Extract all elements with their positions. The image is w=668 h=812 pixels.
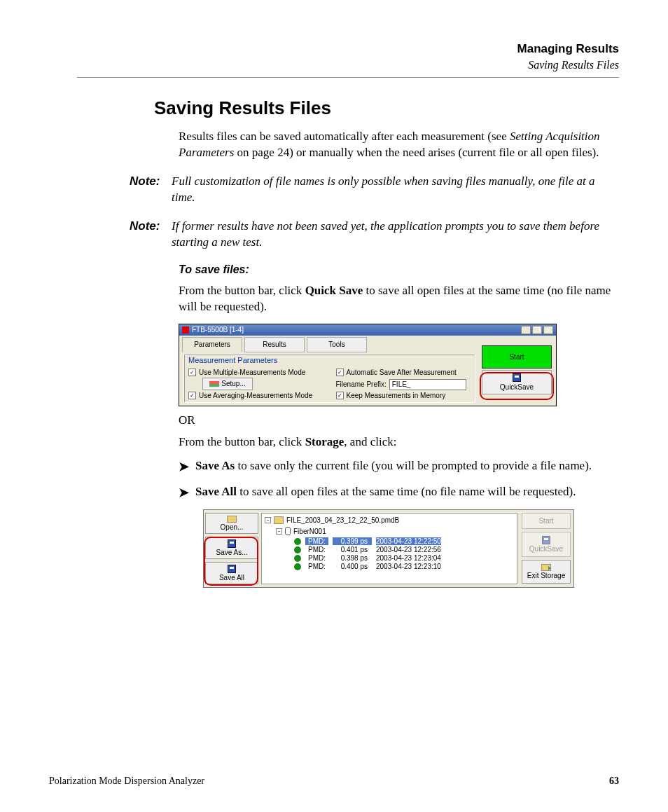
quicksave-label: QuickSave	[529, 545, 563, 553]
quicksave-button-disabled: QuickSave	[522, 532, 571, 557]
chk-keep-memory[interactable]: ✓ Keep Measurements in Memory	[336, 392, 471, 399]
dot-icon	[294, 555, 301, 562]
header-rule	[77, 77, 619, 78]
instr1-bold: Quick Save	[305, 284, 363, 297]
instr2-pre: From the button bar, click	[179, 435, 305, 448]
pmd-value: 0.399 ps	[333, 537, 372, 545]
tree-leaves: PMD: 0.399 ps 2003-04-23 12:22:50 PMD: 0…	[294, 537, 514, 570]
note-text: Full customization of file names is only…	[172, 174, 619, 206]
instruction-1: From the button bar, click Quick Save to…	[179, 283, 619, 315]
setup-button[interactable]: Setup...	[202, 378, 253, 390]
chk-label: Automatic Save After Measurement	[347, 369, 457, 376]
quicksave-label: QuickSave	[500, 383, 534, 391]
results-tree[interactable]: - FILE_2003_04_23_12_22_50.pmdB - FiberN…	[261, 513, 517, 584]
bullet-bold: Save As	[195, 459, 235, 472]
prefix-label: Filename Prefix:	[336, 380, 387, 388]
checkbox-icon: ✓	[188, 369, 196, 376]
intro-b: on page 24) or manually when the need ar…	[234, 146, 599, 159]
section-subtitle: Saving Results Files	[77, 59, 619, 71]
app-icon	[182, 326, 189, 333]
pmd-tag: PMD:	[305, 563, 328, 570]
minimize-button[interactable]: _	[521, 326, 531, 334]
instruction-2: From the button bar, click Storage, and …	[179, 434, 619, 450]
close-button[interactable]: ×	[543, 326, 553, 334]
exit-label: Exit Storage	[527, 572, 565, 579]
chk-label: Use Averaging-Measurements Mode	[199, 392, 312, 399]
or-separator: OR	[179, 413, 619, 427]
filename-prefix-input[interactable]: FILE_	[389, 379, 466, 390]
arrow-icon: ➤	[179, 458, 195, 475]
bullet-save-as: ➤ Save As to save only the current file …	[179, 458, 619, 475]
pmd-tag: PMD:	[305, 537, 328, 545]
floppy-icon	[513, 373, 521, 382]
page-footer: Polarization Mode Dispersion Analyzer 63	[49, 776, 619, 787]
chk-label: Keep Measurements in Memory	[347, 392, 446, 399]
procedure-heading: To save files:	[179, 263, 619, 276]
setup-label: Setup...	[221, 378, 245, 390]
filename-prefix-row: Filename Prefix: FILE_	[336, 379, 471, 390]
fiber-spool-icon	[285, 527, 291, 535]
floppy-icon	[228, 539, 236, 548]
pmd-timestamp: 2003-04-23 12:22:56	[376, 546, 441, 553]
dot-icon	[294, 563, 301, 570]
bullet-rest: to save only the current file (you will …	[235, 459, 592, 472]
checkbox-icon: ✓	[336, 369, 344, 376]
tree-fiber[interactable]: - FiberN001	[276, 527, 514, 535]
collapse-toggle[interactable]: -	[265, 517, 271, 523]
result-row[interactable]: PMD: 0.398 ps 2003-04-23 12:23:04	[294, 554, 514, 562]
side-buttons: Start QuickSave	[482, 345, 552, 394]
open-button[interactable]: Open...	[205, 513, 258, 534]
start-button[interactable]: Start	[482, 345, 552, 369]
intro-paragraph: Results files can be saved automatically…	[179, 129, 619, 161]
restore-button[interactable]: ❐	[532, 326, 542, 334]
instr2-bold: Storage	[305, 435, 345, 448]
page-title: Saving Results Files	[154, 97, 619, 119]
intro-a: Results files can be saved automatically…	[179, 130, 510, 143]
save-all-label: Save All	[219, 574, 244, 582]
window-title: FTB-5500B [1-4]	[192, 326, 244, 333]
note-label: Note:	[130, 174, 172, 206]
pmd-value: 0.401 ps	[333, 546, 372, 553]
chapter-title: Managing Results	[77, 42, 619, 56]
chk-autosave[interactable]: ✓ Automatic Save After Measurement	[336, 369, 471, 376]
pmd-value: 0.398 ps	[333, 554, 372, 562]
measurement-parameters-group: Measurement Parameters ✓ Use Multiple-Me…	[183, 354, 475, 403]
folder-icon	[274, 516, 284, 524]
storage-right-buttons: Start QuickSave Exit Storage	[519, 510, 573, 587]
chk-averaging-mode[interactable]: ✓ Use Averaging-Measurements Mode	[188, 392, 323, 399]
storage-left-buttons: Open... Save As... Save All	[204, 510, 260, 587]
folder-open-icon	[227, 516, 237, 523]
exit-storage-button[interactable]: Exit Storage	[522, 560, 571, 584]
dot-icon	[294, 546, 301, 553]
group-title: Measurement Parameters	[188, 356, 471, 364]
footer-doc-title: Polarization Mode Dispersion Analyzer	[49, 776, 204, 787]
note-text: If former results have not been saved ye…	[172, 219, 619, 251]
pmd-value: 0.400 ps	[333, 563, 372, 570]
page: Managing Results Saving Results Files Sa…	[0, 0, 668, 812]
result-row[interactable]: PMD: 0.400 ps 2003-04-23 12:23:10	[294, 563, 514, 570]
bullet-rest: to save all open files at the same time …	[237, 485, 576, 498]
screenshot-storage: Open... Save As... Save All - FILE_2003_…	[203, 509, 574, 588]
save-as-button[interactable]: Save As...	[205, 537, 258, 559]
setup-icon	[209, 381, 219, 387]
tab-results[interactable]: Results	[244, 337, 305, 352]
pmd-tag: PMD:	[305, 554, 328, 562]
dot-icon	[294, 538, 301, 545]
floppy-icon	[542, 536, 550, 544]
save-as-label: Save As...	[216, 549, 247, 556]
page-header: Managing Results Saving Results Files	[77, 42, 619, 78]
save-all-button[interactable]: Save All	[205, 562, 258, 584]
arrow-icon: ➤	[179, 484, 195, 501]
pmd-tag: PMD:	[305, 546, 328, 553]
result-row[interactable]: PMD: 0.399 ps 2003-04-23 12:22:50	[294, 537, 514, 545]
quicksave-button[interactable]: QuickSave	[482, 370, 552, 394]
tab-parameters[interactable]: Parameters	[182, 337, 242, 352]
instr2-post: , and click:	[344, 435, 396, 448]
result-row[interactable]: PMD: 0.401 ps 2003-04-23 12:22:56	[294, 546, 514, 553]
chk-multi-mode[interactable]: ✓ Use Multiple-Measurements Mode	[188, 369, 323, 376]
collapse-toggle[interactable]: -	[276, 528, 282, 535]
checkbox-icon: ✓	[336, 392, 344, 399]
footer-page-number: 63	[609, 776, 619, 787]
tree-root[interactable]: - FILE_2003_04_23_12_22_50.pmdB	[265, 516, 514, 524]
tab-tools[interactable]: Tools	[307, 337, 367, 352]
